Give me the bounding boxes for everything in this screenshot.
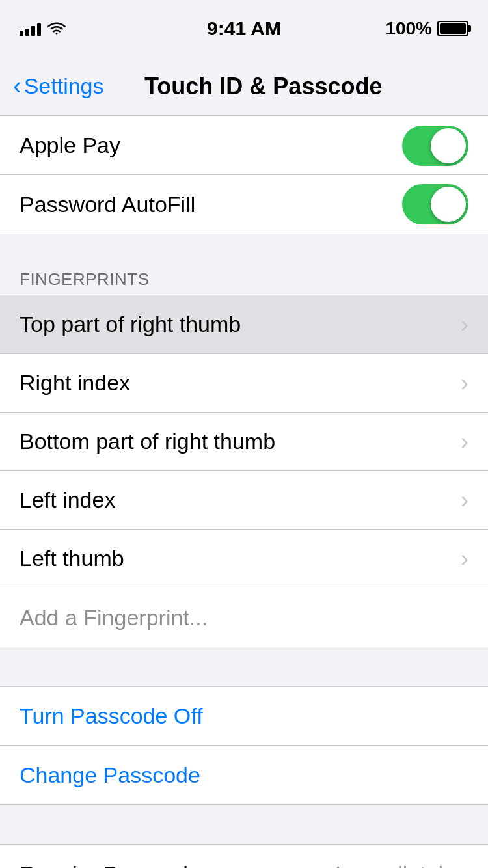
password-autofill-toggle[interactable] [402, 184, 468, 224]
require-passcode-label: Require Passcode [20, 861, 200, 869]
apple-pay-row[interactable]: Apple Pay [0, 116, 488, 175]
fingerprints-section: Top part of right thumb › Right index › … [0, 295, 488, 647]
spacer-3 [0, 805, 488, 844]
signal-bars-icon [20, 21, 41, 36]
require-passcode-section: Require Passcode Immediately › [0, 844, 488, 868]
fingerprint-label-5: Left thumb [20, 546, 124, 571]
battery-icon [437, 21, 468, 36]
toggle-section: Apple Pay Password AutoFill [0, 116, 488, 234]
fingerprint-row-4[interactable]: Left index › [0, 471, 488, 530]
row-right-5: › [461, 545, 468, 573]
passcode-section: Turn Passcode Off Change Passcode [0, 686, 488, 805]
chevron-icon-5: › [461, 545, 468, 573]
change-passcode-row[interactable]: Change Passcode [0, 746, 488, 804]
turn-passcode-off-row[interactable]: Turn Passcode Off [0, 687, 488, 746]
fingerprint-label-1: Top part of right thumb [20, 312, 241, 337]
back-button[interactable]: ‹ Settings [13, 74, 104, 99]
turn-passcode-off-label: Turn Passcode Off [20, 703, 203, 729]
fingerprint-row-3[interactable]: Bottom part of right thumb › [0, 413, 488, 471]
status-time: 9:41 AM [207, 18, 281, 40]
row-right-3: › [461, 428, 468, 455]
spacer-1 [0, 234, 488, 254]
chevron-icon-1: › [461, 311, 468, 338]
row-right-4: › [461, 487, 468, 514]
chevron-icon-4: › [461, 487, 468, 514]
fingerprints-header: FINGERPRINTS [0, 254, 488, 295]
password-autofill-row[interactable]: Password AutoFill [0, 175, 488, 234]
chevron-icon-2: › [461, 370, 468, 397]
fingerprint-row-2[interactable]: Right index › [0, 354, 488, 413]
require-passcode-row[interactable]: Require Passcode Immediately › [0, 845, 488, 868]
require-passcode-right: Immediately › [335, 860, 468, 868]
page-title: Touch ID & Passcode [104, 73, 423, 100]
apple-pay-label: Apple Pay [20, 133, 120, 158]
back-chevron-icon: ‹ [13, 74, 21, 98]
require-passcode-value: Immediately [335, 861, 454, 869]
change-passcode-label: Change Passcode [20, 763, 200, 788]
add-fingerprint-label: Add a Fingerprint... [20, 605, 208, 631]
fingerprint-label-2: Right index [20, 370, 130, 396]
row-right-2: › [461, 370, 468, 397]
status-bar: 9:41 AM 100% [0, 0, 488, 57]
toggle-knob [431, 187, 466, 222]
fingerprint-label-4: Left index [20, 487, 115, 513]
fingerprint-row-5[interactable]: Left thumb › [0, 530, 488, 588]
status-left [20, 21, 66, 36]
nav-bar: ‹ Settings Touch ID & Passcode [0, 57, 488, 116]
apple-pay-toggle[interactable] [402, 126, 468, 166]
wifi-icon [47, 21, 66, 36]
battery-percent: 100% [385, 18, 432, 39]
password-autofill-label: Password AutoFill [20, 192, 195, 217]
toggle-knob [431, 128, 466, 163]
chevron-icon-3: › [461, 428, 468, 455]
fingerprint-row-1[interactable]: Top part of right thumb › [0, 295, 488, 354]
fingerprint-label-3: Bottom part of right thumb [20, 429, 275, 454]
back-label: Settings [24, 74, 104, 99]
spacer-2 [0, 647, 488, 686]
chevron-icon-require: › [461, 860, 468, 868]
add-fingerprint-row[interactable]: Add a Fingerprint... [0, 588, 488, 647]
status-right: 100% [385, 18, 468, 39]
row-right-1: › [461, 311, 468, 338]
